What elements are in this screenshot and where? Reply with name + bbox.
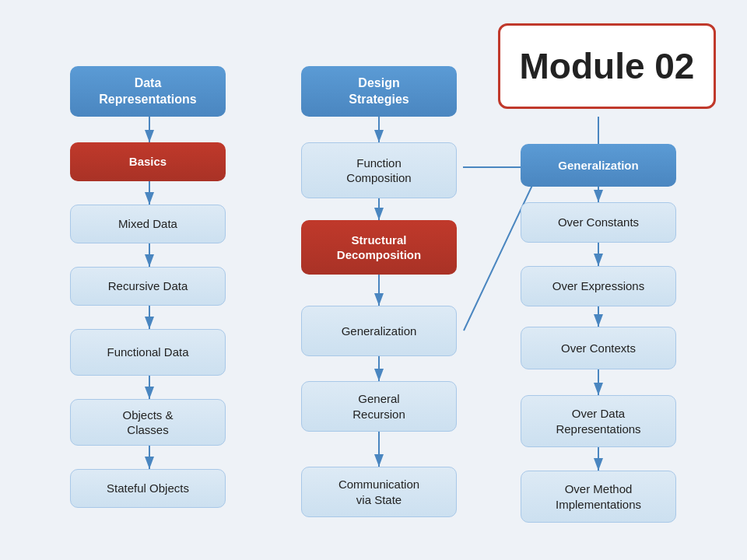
overexpressions-label: Over Expressions [552,278,644,294]
node-overexpressions: Over Expressions [521,266,676,306]
funccomp-label: Function Composition [346,156,411,186]
col3-header-label: Generalization [558,158,638,173]
node-overcontexts: Over Contexts [521,327,676,369]
overcontexts-label: Over Contexts [561,341,636,356]
col2-header-label: Design Strategies [349,75,409,108]
node-funccomp: Function Composition [301,142,457,198]
col1-header: Data Representations [70,66,226,117]
diagram-container: Module 02 Data Representations Basics Mi… [0,0,747,560]
module-title: Module 02 [520,45,695,87]
node-stateful: Stateful Objects [70,469,226,508]
col2-header: Design Strategies [301,66,457,117]
node-commstate: Communication via State [301,467,457,517]
node-objects: Objects & Classes [70,399,226,446]
commstate-label: Communication via State [338,477,419,507]
node-overdatarep: Over Data Representations [521,395,676,447]
structdecomp-label: Structural Decomposition [337,233,421,263]
functional-label: Functional Data [107,345,188,360]
node-overconstants: Over Constants [521,202,676,243]
node-basics: Basics [70,142,226,181]
node-col2-generalization: Generalization [301,306,457,356]
objects-label: Objects & Classes [122,408,173,438]
node-structdecomp: Structural Decomposition [301,220,457,275]
node-overmethods: Over Method Implementations [521,471,676,523]
node-recursive: Recursive Data [70,267,226,306]
overconstants-label: Over Constants [558,215,639,230]
generalrec-label: General Recursion [352,391,405,422]
module-title-box: Module 02 [498,23,716,109]
node-mixed: Mixed Data [70,205,226,243]
col3-header: Generalization [521,144,676,187]
mixed-label: Mixed Data [118,216,177,232]
stateful-label: Stateful Objects [107,481,189,496]
node-functional: Functional Data [70,329,226,376]
col1-header-label: Data Representations [99,75,196,108]
node-generalrec: General Recursion [301,381,457,432]
overmethods-label: Over Method Implementations [556,481,641,512]
col2-gen-label: Generalization [342,324,417,339]
recursive-label: Recursive Data [108,278,188,294]
basics-label: Basics [129,154,167,170]
overdatarep-label: Over Data Representations [556,406,640,436]
